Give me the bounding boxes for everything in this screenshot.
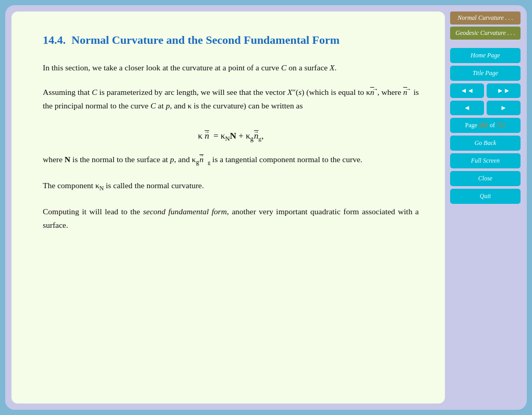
paragraph-3: where N is the normal to the surface at … [43, 153, 419, 167]
nav-label-normal-curvature[interactable]: Normal Curvature . . . [450, 11, 521, 25]
main-content: 14.4. Normal Curvature and the Second Fu… [11, 11, 445, 404]
section-number: 14.4. [43, 33, 66, 46]
prev-next-row: ◄ ► [450, 101, 521, 115]
math-formula: κ n→ = κNN + κgn→g, [43, 131, 419, 143]
home-page-button[interactable]: Home Page [450, 48, 521, 63]
go-back-button[interactable]: Go Back [450, 136, 521, 151]
sidebar: Normal Curvature . . . Geodesic Curvatur… [450, 11, 521, 404]
nav-label-geodesic-curvature[interactable]: Geodesic Curvature . . . [450, 27, 521, 40]
paragraph-1: In this section, we take a closer look a… [43, 61, 419, 75]
section-heading: Normal Curvature and the Second Fundamen… [71, 33, 340, 46]
next-button[interactable]: ► [487, 101, 521, 115]
page-indicator: Page 683 of 711 [450, 118, 521, 133]
paragraph-2: Assuming that C is parameterized by arc … [43, 86, 419, 112]
section-title: 14.4. Normal Curvature and the Second Fu… [43, 32, 419, 48]
next-next-button[interactable]: ►► [487, 83, 521, 98]
prev-button[interactable]: ◄ [450, 101, 484, 115]
close-button[interactable]: Close [450, 171, 521, 186]
paragraph-5: Computing it will lead to the second fun… [43, 205, 419, 231]
paragraph-4: The component κN is called the normal cu… [43, 179, 419, 193]
prev-prev-next-next-row: ◄◄ ►► [450, 83, 521, 98]
prev-prev-button[interactable]: ◄◄ [450, 83, 484, 98]
title-page-button[interactable]: Title Page [450, 66, 521, 81]
full-screen-button[interactable]: Full Screen [450, 153, 521, 168]
quit-button[interactable]: Quit [450, 189, 521, 204]
outer-wrapper: 14.4. Normal Curvature and the Second Fu… [5, 5, 527, 410]
